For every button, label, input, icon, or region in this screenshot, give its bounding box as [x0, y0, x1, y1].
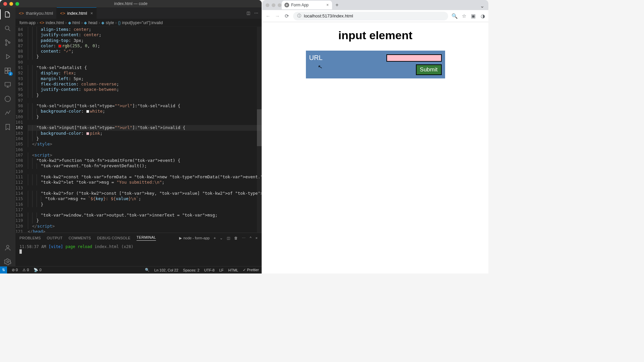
trash-icon[interactable]: 🗑: [234, 236, 238, 240]
graph-icon[interactable]: [3, 109, 12, 117]
html-file-icon: <>: [40, 20, 44, 25]
terminal-tag: [vite]: [49, 244, 63, 249]
more-icon[interactable]: ⋯: [242, 236, 246, 240]
panel-tab-output[interactable]: OUTPUT: [47, 236, 63, 240]
breadcrumb-item[interactable]: ◆style: [101, 20, 114, 25]
remote-indicator[interactable]: ⇅: [0, 266, 7, 274]
zoom-icon[interactable]: [15, 2, 19, 6]
breadcrumb-item[interactable]: {}input[type="url"]:invalid: [118, 20, 163, 25]
url-text: localhost:5173/index.html: [304, 13, 353, 18]
close-tab-icon[interactable]: ×: [91, 11, 93, 16]
status-ports[interactable]: 📡 0: [34, 268, 41, 272]
chevron-up-icon[interactable]: ^: [250, 236, 251, 240]
source-control-icon[interactable]: [3, 38, 12, 47]
chevron-right-icon: ›: [115, 20, 117, 25]
terminal-output[interactable]: 11:58:37 AM [vite] page reload index.htm…: [15, 243, 262, 266]
extensions-icon[interactable]: 2: [3, 66, 12, 75]
status-prettier[interactable]: Prettier: [243, 268, 259, 272]
terminal-timestamp: 11:58:37 AM: [19, 244, 46, 249]
traffic-lights[interactable]: [266, 3, 281, 7]
svg-point-10: [6, 245, 9, 248]
zoom-icon[interactable]: [278, 3, 281, 7]
chevron-down-icon[interactable]: ⌄: [480, 3, 484, 9]
close-tab-icon[interactable]: ×: [326, 3, 329, 7]
terminal-count: (x28): [121, 244, 133, 249]
site-info-icon[interactable]: ⓘ: [297, 13, 301, 19]
explorer-icon[interactable]: [3, 10, 12, 19]
form-container: URL Submit: [306, 51, 445, 78]
breadcrumbs-bar[interactable]: form-app › <>index.html › ◆html › ◆head …: [15, 19, 262, 27]
status-encoding[interactable]: UTF-8: [204, 268, 215, 272]
profile-icon[interactable]: ◑: [480, 13, 486, 19]
close-icon[interactable]: [3, 2, 7, 6]
browser-tab[interactable]: ⊕ Form App ×: [282, 1, 332, 9]
terminal-selector[interactable]: ▶ node - form-app: [179, 236, 210, 240]
address-bar[interactable]: ⓘ localhost:5173/index.html: [293, 12, 448, 20]
minimize-icon[interactable]: [9, 2, 13, 6]
status-eol[interactable]: LF: [219, 268, 224, 272]
panel-tab-terminal[interactable]: TERMINAL: [137, 235, 156, 241]
svg-point-3: [8, 42, 10, 44]
scrollbar[interactable]: [257, 27, 262, 233]
terminal-cursor: [19, 249, 22, 254]
debug-icon[interactable]: [3, 52, 12, 61]
status-cursor[interactable]: Ln 102, Col 22: [154, 268, 178, 272]
chevron-down-icon[interactable]: ⌄: [220, 236, 223, 240]
minimize-icon[interactable]: [272, 3, 275, 7]
account-icon[interactable]: [3, 243, 12, 252]
tab-label: thankyou.html: [26, 11, 53, 16]
svg-rect-8: [5, 82, 11, 86]
page-content: input element URL Submit: [262, 22, 488, 274]
traffic-lights[interactable]: [3, 2, 19, 6]
editor-tab-thankyou[interactable]: <> thankyou.html: [15, 7, 57, 19]
close-panel-icon[interactable]: ×: [256, 236, 258, 240]
status-lang[interactable]: HTML: [228, 268, 238, 272]
breadcrumb-item[interactable]: <>index.html: [40, 20, 64, 25]
panel-tab-debug[interactable]: DEBUG CONSOLE: [97, 236, 130, 240]
more-actions-icon[interactable]: ⋯: [254, 11, 258, 15]
back-icon[interactable]: ←: [265, 13, 271, 19]
new-terminal-icon[interactable]: +: [214, 236, 216, 240]
search-icon[interactable]: 🔍: [145, 268, 150, 272]
svg-point-2: [5, 44, 7, 46]
settings-gear-icon[interactable]: [3, 257, 12, 266]
chevron-right-icon: ›: [99, 20, 100, 25]
bookmark-icon[interactable]: [3, 123, 12, 131]
code-area[interactable]: align-items: center;justify-content: cen…: [28, 27, 262, 233]
window-title: index.html — code: [114, 1, 147, 6]
status-indent[interactable]: Spaces: 2: [183, 268, 200, 272]
editor-tab-index[interactable]: <> index.html ×: [57, 7, 97, 19]
statusbar: ⇅ ⊘ 0 ⚠ 0 📡 0 🔍 Ln 102, Col 22 Spaces: 2…: [0, 266, 262, 274]
submit-button[interactable]: Submit: [416, 64, 442, 75]
forward-icon[interactable]: →: [274, 13, 280, 19]
new-tab-icon[interactable]: +: [335, 2, 338, 8]
breadcrumb-item[interactable]: ◆head: [84, 20, 97, 25]
extensions-icon[interactable]: ▣: [470, 13, 476, 19]
split-terminal-icon[interactable]: ◫: [227, 236, 230, 240]
panel-tab-problems[interactable]: PROBLEMS: [19, 236, 41, 240]
breadcrumb-item[interactable]: form-app: [19, 20, 36, 25]
breadcrumb-item[interactable]: ◆html: [68, 20, 80, 25]
split-editor-icon[interactable]: ◫: [247, 11, 250, 15]
panel-tab-comments[interactable]: COMMENTS: [69, 236, 91, 240]
zoom-icon[interactable]: 🔍: [451, 13, 458, 19]
browser-window: ⊕ Form App × + ⌄ ← → ⟳ ⓘ localhost:5173/…: [262, 0, 488, 274]
svg-point-9: [5, 96, 11, 102]
panel-tabs: PROBLEMS OUTPUT COMMENTS DEBUG CONSOLE T…: [15, 233, 262, 243]
bookmark-star-icon[interactable]: ☆: [461, 13, 467, 19]
editor[interactable]: 8485868788899091929394959697989910010110…: [15, 27, 262, 233]
vscode-titlebar: index.html — code: [0, 0, 262, 7]
status-errors[interactable]: ⊘ 0: [12, 268, 18, 272]
svg-rect-4: [5, 68, 7, 70]
reload-icon[interactable]: ⟳: [284, 13, 290, 19]
html-file-icon: <>: [19, 11, 24, 16]
remote-explorer-icon[interactable]: [3, 80, 12, 89]
scrollbar-thumb[interactable]: [257, 109, 262, 146]
status-warnings[interactable]: ⚠ 0: [22, 268, 29, 272]
url-input[interactable]: [386, 54, 442, 62]
close-icon[interactable]: [266, 3, 269, 7]
panel: PROBLEMS OUTPUT COMMENTS DEBUG CONSOLE T…: [15, 233, 262, 266]
browser-toolbar: ← → ⟳ ⓘ localhost:5173/index.html 🔍 ☆ ▣ …: [262, 10, 488, 22]
live-share-icon[interactable]: [3, 95, 12, 103]
search-icon[interactable]: [3, 24, 12, 33]
